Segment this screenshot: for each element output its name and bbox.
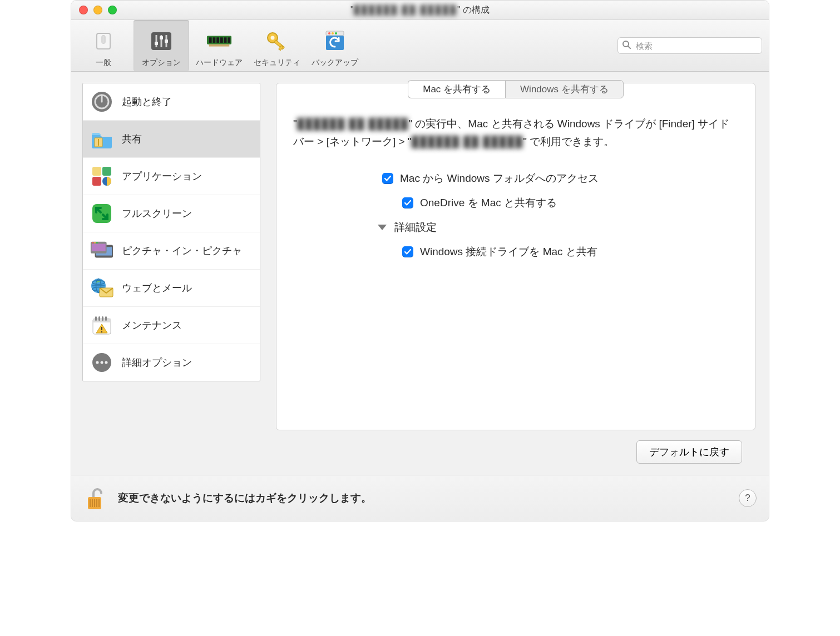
restore-defaults-button[interactable]: デフォルトに戻す bbox=[636, 440, 742, 464]
toolbar-backup[interactable]: バックアップ bbox=[307, 20, 363, 71]
sidebar-item-applications[interactable]: アプリケーション bbox=[83, 158, 260, 195]
toolbar-security[interactable]: セキュリティ bbox=[249, 20, 305, 71]
svg-rect-13 bbox=[216, 37, 219, 43]
svg-rect-51 bbox=[95, 316, 97, 321]
svg-point-60 bbox=[105, 361, 108, 364]
svg-rect-7 bbox=[160, 36, 163, 39]
chevron-down-icon bbox=[378, 225, 387, 230]
sidebar-item-label: ピクチャ・イン・ピクチャ bbox=[122, 244, 242, 257]
svg-point-23 bbox=[332, 32, 334, 34]
lock-text: 変更できないようにするにはカギをクリックします。 bbox=[118, 491, 372, 505]
share-tabs: Mac を共有する Windows を共有する bbox=[408, 80, 624, 98]
svg-rect-52 bbox=[98, 316, 100, 321]
close-button[interactable] bbox=[79, 6, 88, 14]
svg-rect-53 bbox=[102, 316, 103, 321]
toolbar-general[interactable]: 一般 bbox=[76, 20, 131, 71]
toolbar-options-label: オプション bbox=[142, 58, 181, 68]
window-title-hidden: ██████ ██ █████ bbox=[354, 5, 457, 15]
sidebar-item-pip[interactable]: ピクチャ・イン・ピクチャ bbox=[83, 232, 260, 270]
folder-share-icon bbox=[90, 127, 114, 151]
window-title-suffix: " の構成 bbox=[457, 5, 490, 14]
options-group: Mac から Windows フォルダへのアクセス OneDrive を Mac… bbox=[276, 157, 755, 280]
toolbar-hardware[interactable]: ハードウェア bbox=[191, 20, 247, 71]
option-share-network-drives[interactable]: Windows 接続ドライブを Mac と共有 bbox=[382, 245, 733, 259]
checkbox-checked-icon[interactable] bbox=[402, 246, 413, 257]
toolbar-backup-label: バックアップ bbox=[312, 58, 358, 68]
svg-rect-14 bbox=[220, 37, 223, 43]
help-button[interactable]: ? bbox=[739, 489, 757, 507]
sidebar-item-webmail[interactable]: ウェブとメール bbox=[83, 270, 260, 307]
advanced-disclosure[interactable]: 詳細設定 bbox=[378, 220, 733, 235]
sidebar-item-advanced[interactable]: 詳細オプション bbox=[83, 344, 260, 381]
web-mail-icon bbox=[90, 276, 114, 300]
svg-point-22 bbox=[328, 32, 330, 34]
apps-icon bbox=[90, 164, 114, 188]
defaults-row: デフォルトに戻す bbox=[276, 430, 755, 464]
key-icon bbox=[264, 28, 290, 54]
sidebar-item-sharing[interactable]: 共有 bbox=[83, 121, 260, 158]
svg-rect-55 bbox=[101, 327, 102, 330]
preferences-window: "██████ ██ █████" の構成 一般 bbox=[71, 0, 769, 521]
svg-rect-54 bbox=[105, 316, 107, 321]
toolbar: 一般 オプション bbox=[71, 20, 769, 72]
toolbar-options[interactable]: オプション bbox=[134, 20, 189, 71]
svg-rect-12 bbox=[213, 37, 215, 43]
unlocked-icon[interactable] bbox=[83, 486, 108, 510]
hidden-vm-name-2: ██████ ██ █████ bbox=[412, 136, 523, 147]
sidebar-item-startup[interactable]: 起動と終了 bbox=[83, 83, 260, 121]
sidebar-item-label: メンテナンス bbox=[122, 319, 182, 332]
pip-icon bbox=[90, 238, 114, 263]
fullscreen-icon bbox=[90, 201, 114, 226]
svg-point-59 bbox=[101, 361, 103, 364]
svg-rect-35 bbox=[92, 177, 101, 186]
sharing-panel: Mac を共有する Windows を共有する "██████ ██ █████… bbox=[276, 83, 755, 430]
backup-icon bbox=[322, 28, 348, 54]
checkbox-checked-icon[interactable] bbox=[382, 173, 393, 184]
tab-label: Mac を共有する bbox=[423, 84, 491, 95]
description-text: "██████ ██ █████" の実行中、Mac と共有される Window… bbox=[276, 100, 755, 157]
advanced-label: 詳細設定 bbox=[394, 220, 437, 235]
content-area: Mac を共有する Windows を共有する "██████ ██ █████… bbox=[260, 72, 769, 475]
minimize-button[interactable] bbox=[93, 6, 102, 14]
svg-rect-10 bbox=[209, 44, 229, 47]
toolbar-hardware-label: ハードウェア bbox=[196, 58, 243, 68]
svg-line-27 bbox=[628, 46, 630, 48]
tab-share-mac[interactable]: Mac を共有する bbox=[408, 80, 505, 98]
option-share-onedrive[interactable]: OneDrive を Mac と共有する bbox=[382, 196, 733, 210]
checkbox-checked-icon[interactable] bbox=[402, 197, 413, 208]
switch-icon bbox=[90, 28, 117, 54]
svg-rect-41 bbox=[92, 244, 106, 251]
svg-point-43 bbox=[94, 242, 96, 244]
svg-rect-11 bbox=[209, 37, 212, 43]
tab-label: Windows を共有する bbox=[520, 84, 609, 95]
svg-rect-32 bbox=[98, 139, 99, 146]
svg-point-58 bbox=[96, 361, 99, 364]
tab-share-windows[interactable]: Windows を共有する bbox=[505, 80, 624, 98]
svg-rect-34 bbox=[102, 167, 111, 176]
sidebar-item-label: フルスクリーン bbox=[122, 207, 192, 220]
toolbar-general-label: 一般 bbox=[96, 58, 111, 68]
svg-rect-8 bbox=[165, 39, 168, 43]
svg-point-42 bbox=[92, 242, 93, 244]
svg-rect-16 bbox=[228, 37, 230, 43]
svg-rect-6 bbox=[155, 42, 158, 45]
button-label: デフォルトに戻す bbox=[649, 446, 729, 458]
body: 起動と終了 共有 bbox=[71, 72, 769, 475]
sidebar-item-label: ウェブとメール bbox=[122, 281, 192, 295]
sidebar-item-label: 起動と終了 bbox=[122, 95, 172, 108]
sliders-icon bbox=[148, 28, 175, 54]
sidebar-item-maintenance[interactable]: メンテナンス bbox=[83, 307, 260, 344]
ram-icon bbox=[206, 28, 233, 54]
search-input[interactable] bbox=[617, 37, 762, 54]
more-icon bbox=[90, 350, 114, 375]
toolbar-search bbox=[617, 37, 762, 54]
titlebar: "██████ ██ █████" の構成 bbox=[71, 1, 769, 20]
svg-rect-33 bbox=[92, 167, 101, 176]
option-access-windows-from-mac[interactable]: Mac から Windows フォルダへのアクセス bbox=[382, 171, 733, 186]
power-icon bbox=[90, 90, 114, 114]
zoom-button[interactable] bbox=[108, 6, 117, 14]
option-label: Windows 接続ドライブを Mac と共有 bbox=[420, 245, 597, 259]
sidebar-item-fullscreen[interactable]: フルスクリーン bbox=[83, 195, 260, 232]
search-icon bbox=[622, 40, 631, 51]
option-label: Mac から Windows フォルダへのアクセス bbox=[400, 171, 599, 186]
